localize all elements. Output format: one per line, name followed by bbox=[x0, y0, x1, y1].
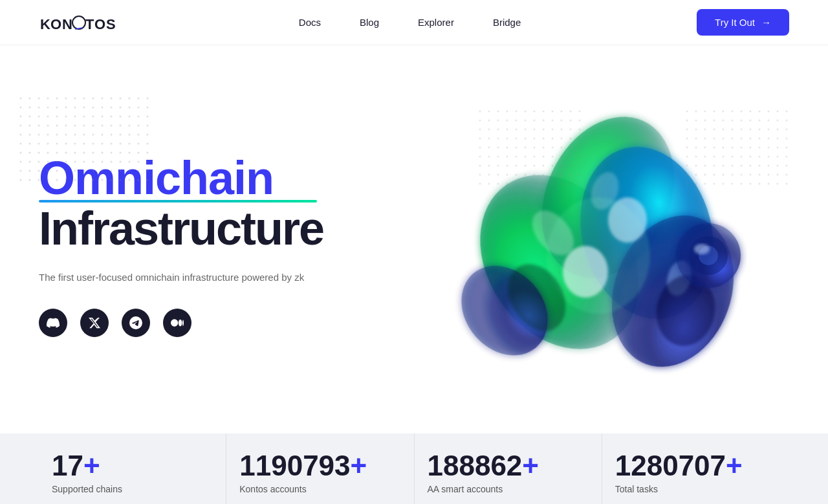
stat-chains-number: 17+ bbox=[52, 452, 213, 480]
logo-svg: K O N T O S bbox=[39, 10, 123, 36]
hero-subtitle: The first user-focused omnichain infrast… bbox=[39, 270, 401, 285]
medium-icon[interactable] bbox=[163, 309, 191, 337]
nav-links: Docs Blog Explorer Bridge bbox=[299, 17, 521, 28]
stat-accounts-number: 1190793+ bbox=[239, 452, 400, 480]
stat-tasks-number: 1280707+ bbox=[615, 452, 776, 480]
nav-explorer[interactable]: Explorer bbox=[418, 17, 454, 28]
stat-chains-label: Supported chains bbox=[52, 484, 213, 494]
navbar: K O N T O S Docs Blog Explorer Bridge Tr… bbox=[0, 0, 828, 45]
stat-aa-number: 188862+ bbox=[428, 452, 589, 480]
nav-docs[interactable]: Docs bbox=[299, 17, 321, 28]
svg-point-30 bbox=[694, 244, 710, 254]
dot-grid-right bbox=[686, 110, 789, 190]
dot-grid-center bbox=[479, 110, 582, 190]
logo: K O N T O S bbox=[39, 10, 123, 36]
svg-point-3 bbox=[72, 16, 85, 29]
social-icons bbox=[39, 309, 401, 337]
stat-total-tasks: 1280707+ Total tasks bbox=[602, 433, 789, 504]
nav-blog[interactable]: Blog bbox=[360, 17, 379, 28]
stat-aa-accounts: 188862+ AA smart accounts bbox=[414, 433, 602, 504]
stat-kontos-accounts: 1190793+ Kontos accounts bbox=[226, 433, 413, 504]
stat-supported-chains: 17+ Supported chains bbox=[39, 433, 226, 504]
svg-rect-13 bbox=[686, 110, 789, 188]
svg-rect-9 bbox=[19, 97, 149, 188]
dot-grid-left bbox=[19, 97, 149, 190]
telegram-icon[interactable] bbox=[122, 309, 150, 337]
hero-content: Omnichain Infrastructure The first user-… bbox=[39, 155, 401, 337]
nav-bridge[interactable]: Bridge bbox=[493, 17, 521, 28]
svg-point-24 bbox=[608, 197, 647, 243]
svg-text:S: S bbox=[106, 16, 118, 32]
hero-visual bbox=[401, 91, 789, 401]
svg-point-23 bbox=[563, 246, 608, 298]
stat-tasks-label: Total tasks bbox=[615, 484, 776, 494]
try-it-out-button[interactable]: Try It Out → bbox=[697, 9, 789, 36]
stat-accounts-label: Kontos accounts bbox=[239, 484, 400, 494]
stats-bar: 17+ Supported chains 1190793+ Kontos acc… bbox=[0, 433, 828, 504]
hero-section: // generated in the SVG context doesn't … bbox=[0, 45, 828, 433]
twitter-icon[interactable] bbox=[80, 309, 109, 337]
discord-icon[interactable] bbox=[39, 309, 67, 337]
hero-title-infra: Infrastructure bbox=[39, 205, 401, 252]
svg-rect-11 bbox=[479, 110, 582, 188]
stat-aa-label: AA smart accounts bbox=[428, 484, 589, 494]
